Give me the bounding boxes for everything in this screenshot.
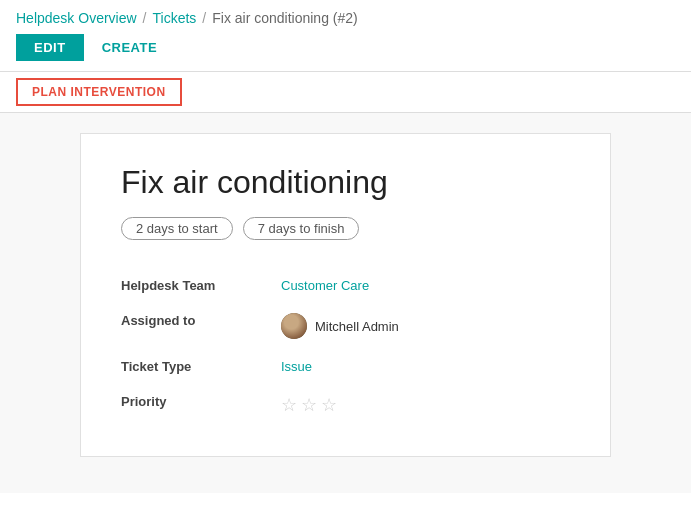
breadcrumb-sep-1: / — [143, 10, 147, 26]
edit-button[interactable]: EDIT — [16, 34, 84, 61]
priority-stars: ☆ ☆ ☆ — [281, 394, 337, 416]
badge-days-to-start: 2 days to start — [121, 217, 233, 240]
ticket-fields: Helpdesk Team Customer Care Assigned to … — [121, 268, 570, 426]
assigned-to-label: Assigned to — [121, 303, 281, 349]
avatar-image — [281, 313, 307, 339]
ticket-type-link[interactable]: Issue — [281, 359, 312, 374]
priority-value: ☆ ☆ ☆ — [281, 384, 570, 426]
create-button[interactable]: CREATE — [84, 34, 175, 61]
star-1[interactable]: ☆ — [281, 394, 297, 416]
priority-label: Priority — [121, 384, 281, 426]
ticket-type-label: Ticket Type — [121, 349, 281, 384]
breadcrumb-tickets[interactable]: Tickets — [153, 10, 197, 26]
ticket-card: Fix air conditioning 2 days to start 7 d… — [80, 133, 611, 457]
avatar — [281, 313, 307, 339]
plan-intervention-button[interactable]: PLAN INTERVENTION — [16, 78, 182, 106]
assigned-to-value: Mitchell Admin — [281, 303, 570, 349]
ticket-title: Fix air conditioning — [121, 164, 570, 201]
toolbar: EDIT CREATE — [0, 34, 691, 71]
breadcrumb-sep-2: / — [202, 10, 206, 26]
breadcrumb-current: Fix air conditioning (#2) — [212, 10, 358, 26]
helpdesk-team-link[interactable]: Customer Care — [281, 278, 369, 293]
ticket-type-value: Issue — [281, 349, 570, 384]
content-area: Fix air conditioning 2 days to start 7 d… — [0, 113, 691, 493]
helpdesk-team-value: Customer Care — [281, 268, 570, 303]
helpdesk-team-label: Helpdesk Team — [121, 268, 281, 303]
star-3[interactable]: ☆ — [321, 394, 337, 416]
breadcrumb: Helpdesk Overview / Tickets / Fix air co… — [0, 0, 691, 34]
assigned-to-name: Mitchell Admin — [315, 319, 399, 334]
action-bar: PLAN INTERVENTION — [0, 71, 691, 113]
ticket-badges: 2 days to start 7 days to finish — [121, 217, 570, 240]
badge-days-to-finish: 7 days to finish — [243, 217, 360, 240]
star-2[interactable]: ☆ — [301, 394, 317, 416]
breadcrumb-helpdesk[interactable]: Helpdesk Overview — [16, 10, 137, 26]
